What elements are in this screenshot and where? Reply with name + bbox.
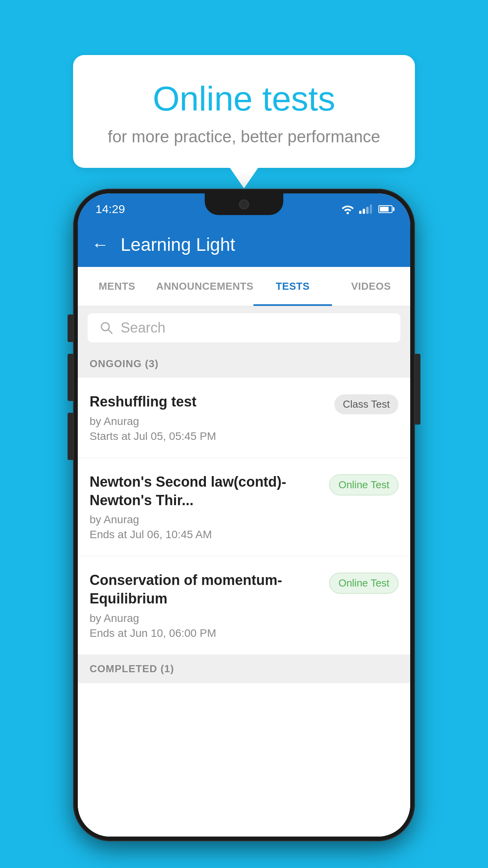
silent-button[interactable] xyxy=(68,413,73,460)
test-item-reshuffling[interactable]: Reshuffling test by Anurag Starts at Jul… xyxy=(78,378,410,458)
test-item-newton[interactable]: Newton's Second law(contd)-Newton's Thir… xyxy=(78,458,410,557)
test-author-reshuffling: by Anurag xyxy=(90,415,327,428)
speech-bubble-container: Online tests for more practice, better p… xyxy=(73,55,415,168)
phone-notch xyxy=(205,193,283,215)
status-time: 14:29 xyxy=(95,202,125,216)
bubble-subtitle: for more practice, better performance xyxy=(101,127,387,146)
test-info-reshuffling: Reshuffling test by Anurag Starts at Jul… xyxy=(90,393,334,443)
search-container: Search xyxy=(78,306,410,349)
phone-device: 14:29 xyxy=(73,189,415,841)
test-name-conservation: Conservation of momentum-Equilibrium xyxy=(90,571,321,608)
test-time-reshuffling: Starts at Jul 05, 05:45 PM xyxy=(90,430,327,443)
status-icons xyxy=(341,204,393,214)
speech-bubble: Online tests for more practice, better p… xyxy=(73,55,415,168)
svg-line-1 xyxy=(108,329,112,333)
completed-label: COMPLETED (1) xyxy=(90,663,174,675)
ongoing-section-header: ONGOING (3) xyxy=(78,349,410,378)
app-header: ← Learning Light xyxy=(78,222,410,267)
test-list: Reshuffling test by Anurag Starts at Jul… xyxy=(78,378,410,837)
signal-icon xyxy=(359,204,372,214)
test-time-newton: Ends at Jul 06, 10:45 AM xyxy=(90,528,321,541)
phone-outer-frame: 14:29 xyxy=(73,189,415,841)
battery-icon xyxy=(378,205,393,213)
back-button[interactable]: ← xyxy=(92,236,109,253)
test-info-conservation: Conservation of momentum-Equilibrium by … xyxy=(90,571,329,640)
tab-announcements[interactable]: ANNOUNCEMENTS xyxy=(156,267,253,306)
tab-ments[interactable]: MENTS xyxy=(78,267,156,306)
app-header-title: Learning Light xyxy=(121,234,235,255)
test-author-newton: by Anurag xyxy=(90,513,321,526)
bubble-title: Online tests xyxy=(101,79,387,119)
test-badge-conservation: Online Test xyxy=(329,573,398,594)
volume-down-button[interactable] xyxy=(68,354,73,401)
search-icon xyxy=(99,321,114,335)
tab-videos[interactable]: VIDEOS xyxy=(332,267,410,306)
search-bar[interactable]: Search xyxy=(88,313,400,342)
test-name-reshuffling: Reshuffling test xyxy=(90,393,327,411)
test-author-conservation: by Anurag xyxy=(90,612,321,625)
test-badge-newton: Online Test xyxy=(329,474,398,495)
front-camera xyxy=(239,199,249,210)
completed-section-header: COMPLETED (1) xyxy=(78,655,410,683)
phone-screen: 14:29 xyxy=(78,193,410,837)
wifi-icon xyxy=(341,204,354,214)
test-badge-reshuffling: Class Test xyxy=(334,394,398,414)
test-info-newton: Newton's Second law(contd)-Newton's Thir… xyxy=(90,473,329,541)
ongoing-label: ONGOING (3) xyxy=(90,358,159,370)
tabs-container: MENTS ANNOUNCEMENTS TESTS VIDEOS xyxy=(78,267,410,306)
search-placeholder: Search xyxy=(121,320,165,336)
power-button[interactable] xyxy=(415,354,420,425)
test-item-conservation[interactable]: Conservation of momentum-Equilibrium by … xyxy=(78,556,410,655)
test-time-conservation: Ends at Jun 10, 06:00 PM xyxy=(90,627,321,640)
tab-tests[interactable]: TESTS xyxy=(253,267,332,306)
volume-up-button[interactable] xyxy=(68,314,73,342)
test-name-newton: Newton's Second law(contd)-Newton's Thir… xyxy=(90,473,321,510)
